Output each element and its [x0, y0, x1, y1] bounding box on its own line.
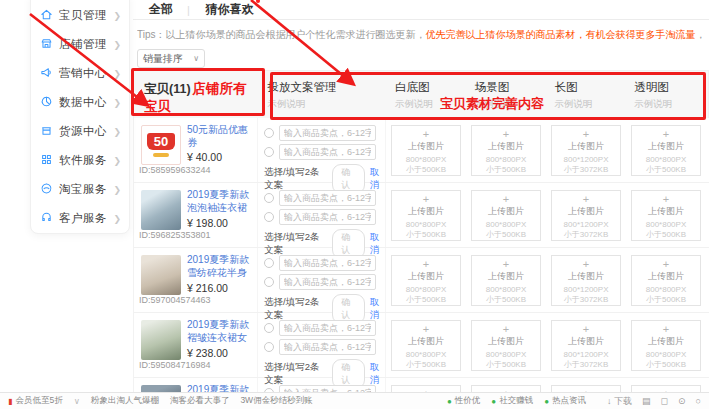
upload-image-button[interactable]: +上传图片800*800PX小于500KB — [471, 320, 541, 371]
selling-point-checkbox[interactable] — [264, 212, 274, 222]
upload-image-button[interactable]: +上传图片800*800PX小于500KB — [471, 190, 541, 241]
upload-image-button[interactable]: +上传图片800*800PX小于500KB — [391, 190, 461, 241]
white-bg-upload-cell: +上传图片800*800PX小于500KB — [386, 183, 466, 247]
upload-image-button[interactable]: +上传图片800*1200PX小于3072KB — [551, 190, 621, 241]
product-cell: 2019夏季新款褶皱连衣裙女修身显瘦小众网红¥ 238.00ID:5950847… — [134, 313, 258, 377]
plus-icon: + — [632, 323, 700, 336]
product-price: ¥ 216.00 — [187, 282, 253, 294]
selling-point-checkbox[interactable] — [264, 323, 274, 333]
selling-point-input[interactable] — [279, 125, 376, 141]
sidebar-item-7[interactable]: 淘宝服务❯ — [31, 175, 129, 204]
upload-label: 上传图片 — [472, 271, 540, 282]
plus-icon: + — [552, 323, 620, 336]
selling-point-input[interactable] — [279, 255, 376, 271]
long-image-upload-cell: +上传图片800*1200PX小于3072KB — [546, 183, 626, 247]
coupon-ribbon — [153, 153, 169, 157]
selling-point-input[interactable] — [279, 339, 376, 355]
selling-point-checkbox[interactable] — [264, 193, 274, 203]
toolbar-icon-1[interactable]: ▤ — [642, 396, 651, 406]
sidebar-item-8[interactable]: 客户服务❯ — [31, 204, 129, 233]
upload-label: 上传图片 — [392, 141, 460, 152]
upload-image-button[interactable]: +上传图片800*800PX小于500KB — [631, 125, 701, 176]
sidebar-item-label: 宝贝管理 — [59, 8, 107, 23]
plus-icon: + — [472, 258, 540, 271]
toolbar-icon-3[interactable]: ⊙ — [678, 396, 686, 406]
promo-link[interactable]: ▮会员低至5折 — [8, 395, 63, 407]
product-title-link[interactable]: 2019夏季新款泡泡袖连衣裙女蝙蝠短袖T恤中长款 — [187, 188, 253, 215]
toolbar-icon-2[interactable]: ◻ — [661, 396, 668, 406]
download-button[interactable]: ↓ 下载 — [607, 395, 632, 408]
tab-bar: 全部 | 猜你喜欢 — [133, 0, 709, 20]
upload-size-hint: 800*800PX小于500KB — [632, 350, 700, 370]
upload-image-button[interactable]: +上传图片800*800PX小于500KB — [471, 255, 541, 306]
tips-line: Tips：以上猜你场景的商品会根据用户个性化需求进行圈选更新，优先完善以上猜你场… — [137, 28, 705, 41]
sidebar-item-3[interactable]: 营销中心❯ — [31, 59, 129, 88]
sidebar-item-1[interactable]: 宝贝管理❯ — [31, 1, 129, 30]
tab-guess-you-like[interactable]: 猜你喜欢 — [206, 1, 254, 18]
customer-icon — [40, 210, 53, 228]
product-thumbnail-photo — [141, 320, 181, 360]
upload-label: 上传图片 — [632, 141, 700, 152]
scene-upload-cell: +上传图片800*800PX小于500KB — [466, 183, 546, 247]
upload-image-button[interactable]: +上传图片800*1200PX小于3072KB — [551, 125, 621, 176]
selling-point-checkbox[interactable] — [264, 277, 274, 287]
upload-image-button[interactable]: +上传图片800*800PX小于500KB — [631, 190, 701, 241]
selling-point-input[interactable] — [279, 274, 376, 290]
promo-link[interactable]: 粉象出淘人气爆棚 — [91, 395, 159, 407]
chevron-down-icon[interactable]: ∨ — [74, 396, 80, 406]
upload-image-button[interactable]: +上传图片800*1200PX小于3072KB — [551, 320, 621, 371]
plus-icon: + — [472, 128, 540, 141]
selling-point-input[interactable] — [279, 209, 376, 225]
column-label: 透明图 — [634, 80, 708, 95]
marketing-icon — [40, 65, 53, 83]
product-price: ¥ 198.00 — [187, 217, 253, 229]
product-title-link[interactable]: 2019夏季新款雪纺碎花半身裙女中长款超仙白 — [187, 253, 253, 280]
browser-bottom-bar: ▮会员低至5折∨粉象出淘人气爆棚淘客必看大事了3W佣金秒结秒到账●性价优●社交赚… — [0, 392, 709, 409]
product-thumbnail-photo — [141, 190, 181, 230]
upload-label: 上传图片 — [392, 206, 460, 217]
selling-point-checkbox[interactable] — [264, 258, 274, 268]
promo-link[interactable]: 淘客必看大事了 — [170, 395, 230, 407]
upload-image-button[interactable]: +上传图片800*800PX小于500KB — [471, 125, 541, 176]
selling-point-input[interactable] — [279, 190, 376, 206]
sidebar-item-4[interactable]: 数据中心❯ — [31, 88, 129, 117]
sidebar-item-label: 店铺管理 — [59, 37, 107, 52]
plus-icon: + — [552, 193, 620, 206]
tab-guess-label: 猜你喜欢 — [206, 2, 254, 16]
upload-image-button[interactable]: +上传图片800*800PX小于500KB — [391, 125, 461, 176]
product-title-link[interactable]: 2019夏季新款褶皱连衣裙女修身显瘦小众网红 — [187, 318, 253, 345]
plus-icon: + — [392, 258, 460, 271]
upload-image-button[interactable]: +上传图片800*800PX小于500KB — [631, 320, 701, 371]
upload-image-button[interactable]: +上传图片800*800PX小于500KB — [391, 255, 461, 306]
sidebar-item-2[interactable]: 店铺管理❯ — [31, 30, 129, 59]
selling-point-checkbox[interactable] — [264, 128, 274, 138]
promo-link[interactable]: ●社交赚钱 — [491, 395, 533, 407]
coupon-50-badge: 50 — [147, 133, 175, 150]
upload-image-button[interactable]: +上传图片800*1200PX小于3072KB — [551, 255, 621, 306]
plus-icon: + — [552, 128, 620, 141]
promo-link[interactable]: ●性价优 — [447, 395, 480, 407]
selling-point-checkbox[interactable] — [264, 342, 274, 352]
column-label: 宝贝(11)店铺所有宝贝 — [144, 80, 258, 116]
transparent-upload-cell: +上传图片800*800PX小于500KB — [626, 248, 709, 312]
toolbar-icon-4[interactable]: ○ — [696, 396, 701, 406]
selling-point-checkbox[interactable] — [264, 147, 274, 157]
selling-point-input[interactable] — [279, 320, 376, 336]
sidebar-item-5[interactable]: 货源中心❯ — [31, 117, 129, 146]
promo-link[interactable]: ●热点资讯 — [544, 395, 586, 407]
selling-point-input[interactable] — [279, 144, 376, 160]
sort-dropdown[interactable]: 销量排序 ∨ — [137, 49, 205, 68]
product-price: ¥ 238.00 — [187, 347, 253, 359]
column-header-2: 投放文案管理示例说明 — [258, 71, 386, 118]
tab-all[interactable]: 全部 — [149, 1, 173, 18]
upload-size-hint: 800*800PX小于500KB — [472, 220, 540, 240]
promo-link[interactable]: 3W佣金秒结秒到账 — [240, 395, 312, 407]
product-title-link[interactable]: 50元新品优惠券 — [187, 123, 253, 149]
upload-image-button[interactable]: +上传图片800*800PX小于500KB — [631, 255, 701, 306]
tips-highlight: 优先完善以上猜你场景的商品素材，有机会获得更多手淘流量 — [426, 29, 696, 40]
sidebar-item-6[interactable]: 软件服务❯ — [31, 146, 129, 175]
plus-icon: + — [392, 128, 460, 141]
upload-image-button[interactable]: +上传图片800*800PX小于500KB — [391, 320, 461, 371]
upload-size-hint: 800*800PX小于500KB — [392, 350, 460, 370]
tips-prefix: Tips：以上猜你场景的商品会根据用户个性化需求进行圈选更新， — [137, 29, 426, 40]
